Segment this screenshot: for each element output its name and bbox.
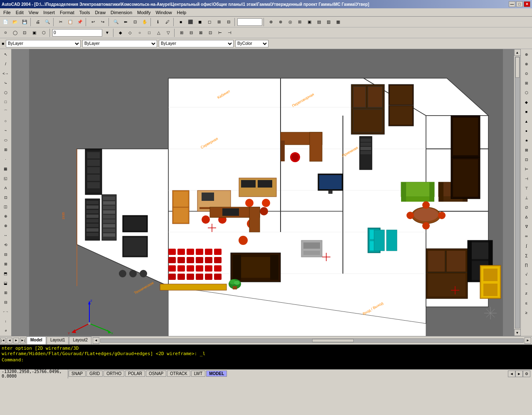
lwt-button[interactable]: LWT xyxy=(191,371,205,377)
snap-button[interactable]: SNAP xyxy=(69,371,86,377)
rt-b23[interactable]: ∏ xyxy=(522,260,532,269)
rt-b21[interactable]: ∫ xyxy=(522,241,532,250)
rt-b6[interactable]: ◆ xyxy=(522,98,532,107)
tb-b10[interactable]: ⊞ xyxy=(295,17,304,27)
tb-b2[interactable]: ⬛ xyxy=(186,17,195,27)
rt-b20[interactable]: ∞ xyxy=(522,232,532,241)
lt-b3[interactable]: ⊕ xyxy=(1,212,11,221)
otrack-button[interactable]: OTRACK xyxy=(167,371,190,377)
rt-b10[interactable]: ★ xyxy=(522,136,532,145)
lt-spline[interactable]: ~ xyxy=(1,126,11,135)
minimize-button[interactable]: — xyxy=(509,1,515,7)
tb-print[interactable]: 🖨 xyxy=(33,17,42,27)
layer-select[interactable]: ByLayer xyxy=(6,40,81,47)
tb-b12[interactable]: ▤ xyxy=(314,17,323,27)
vscroll-up[interactable]: ▲ xyxy=(514,49,521,56)
tab-nav-last[interactable]: ►| xyxy=(20,338,26,343)
tb-d4[interactable]: ⬡ xyxy=(39,28,48,37)
status-arrow-left[interactable]: ◄ xyxy=(508,371,515,377)
iso-input[interactable]: ISO-25 xyxy=(237,18,262,26)
tb-b7[interactable]: ⊕ xyxy=(266,17,276,27)
lt-line[interactable]: / xyxy=(1,59,11,69)
tb-b9[interactable]: ◎ xyxy=(286,17,295,27)
tab-nav-first[interactable]: |◄ xyxy=(0,338,6,343)
layer-input[interactable] xyxy=(52,29,102,37)
tb-cut[interactable]: ✂ xyxy=(56,17,65,27)
lt-dim1[interactable]: ←→ xyxy=(1,307,11,316)
lt-b5[interactable]: ↔ xyxy=(1,231,11,240)
tb-copy[interactable]: 📋 xyxy=(66,17,75,27)
osnap-button[interactable]: OSNAP xyxy=(146,371,166,377)
lt-select[interactable]: ↖ xyxy=(1,50,11,59)
rt-b25[interactable]: ≈ xyxy=(522,279,532,289)
tb-b1[interactable]: ■ xyxy=(176,17,185,27)
menu-modify[interactable]: Modify xyxy=(135,9,153,16)
rt-b2[interactable]: ⊗ xyxy=(522,59,532,69)
rt-b17[interactable]: ∅ xyxy=(522,203,532,212)
grid-button[interactable]: GRID xyxy=(86,371,103,377)
tb-b8[interactable]: ⊗ xyxy=(276,17,285,27)
hscroll-track[interactable] xyxy=(100,338,524,343)
tb-d6[interactable]: ◇ xyxy=(126,28,135,37)
model-button[interactable]: MODEL xyxy=(206,371,227,377)
tb-d14[interactable]: ⊡ xyxy=(206,28,215,37)
vscroll-thumb[interactable] xyxy=(515,57,520,78)
lt-b12[interactable]: ⊟ xyxy=(1,298,11,307)
tb-d9[interactable]: △ xyxy=(154,28,163,37)
lt-arc[interactable]: ⌒ xyxy=(1,107,11,116)
menu-format[interactable]: Format xyxy=(57,9,77,16)
rt-b7[interactable]: ■ xyxy=(522,107,532,116)
hscroll-right[interactable]: ► xyxy=(525,337,531,344)
tb-b13[interactable]: ▥ xyxy=(324,17,333,27)
tb-snap[interactable]: ⊙ xyxy=(1,28,10,37)
rt-b27[interactable]: ≤ xyxy=(522,299,532,308)
lt-b11[interactable]: ⊞ xyxy=(1,288,11,297)
lt-pline[interactable]: ⤷ xyxy=(1,79,11,88)
maximize-button[interactable]: □ xyxy=(516,1,523,7)
rt-b5[interactable]: ⬡ xyxy=(522,88,532,97)
linetype-select[interactable]: ByLayer xyxy=(159,40,234,47)
tb-preview[interactable]: 🔍 xyxy=(43,17,52,27)
lt-dim2[interactable]: ↕ xyxy=(1,316,11,326)
tb-b6[interactable]: ⊟ xyxy=(224,17,233,27)
tb-b14[interactable]: ▦ xyxy=(333,17,342,27)
tb-d11[interactable]: ⊞ xyxy=(177,28,186,37)
tab-nav-prev[interactable]: ◄ xyxy=(7,338,12,343)
menu-insert[interactable]: Insert xyxy=(41,9,57,16)
rt-b8[interactable]: ▲ xyxy=(522,117,532,126)
rt-b22[interactable]: ∑ xyxy=(522,251,532,260)
rt-b3[interactable]: ⊙ xyxy=(522,69,532,78)
rt-b18[interactable]: ∆ xyxy=(522,212,532,222)
tab-layout1[interactable]: Layout1 xyxy=(47,336,69,344)
tb-new[interactable]: 📄 xyxy=(1,17,10,27)
tab-model[interactable]: Model xyxy=(27,336,46,344)
rt-b19[interactable]: ∇ xyxy=(522,222,532,231)
tb-d3[interactable]: ▣ xyxy=(30,28,39,37)
tb-d2[interactable]: ⊡ xyxy=(20,28,29,37)
lt-circle[interactable]: ○ xyxy=(1,116,11,126)
tb-zoom-window[interactable]: 🔍 xyxy=(111,17,121,27)
hscroll-left[interactable]: ◄ xyxy=(93,337,99,344)
rt-b15[interactable]: ⊤ xyxy=(522,184,532,193)
lt-b8[interactable]: ⊠ xyxy=(1,259,11,269)
polar-button[interactable]: POLAR xyxy=(125,371,145,377)
rt-b12[interactable]: ⊡ xyxy=(522,155,532,164)
lt-polygon[interactable]: ⬡ xyxy=(1,88,11,97)
tab-layout2[interactable]: Layout2 xyxy=(69,336,91,344)
menu-help[interactable]: Help xyxy=(175,9,189,16)
tb-d13[interactable]: ⊠ xyxy=(196,28,205,37)
hscroll-thumb[interactable] xyxy=(312,339,354,342)
tb-open[interactable]: 📂 xyxy=(10,17,20,27)
tb-d16[interactable]: ⊣ xyxy=(225,28,234,37)
lt-b6[interactable]: ⟲ xyxy=(1,240,11,249)
tb-b3[interactable]: ◼ xyxy=(195,17,204,27)
tb-undo[interactable]: ↩ xyxy=(89,17,98,27)
lt-dim3[interactable]: ⌀ xyxy=(1,326,11,335)
tb-zoom-ext[interactable]: ⊡ xyxy=(131,17,140,27)
lt-b7[interactable]: ⊟ xyxy=(1,250,11,259)
menu-draw[interactable]: Draw xyxy=(92,9,108,16)
tb-d15[interactable]: ⊢ xyxy=(215,28,224,37)
canvas-area[interactable]: Серверная Переговорная Кабинет Приемная … xyxy=(12,49,520,336)
tb-d12[interactable]: ⊟ xyxy=(187,28,196,37)
lt-region[interactable]: ◱ xyxy=(1,174,11,183)
